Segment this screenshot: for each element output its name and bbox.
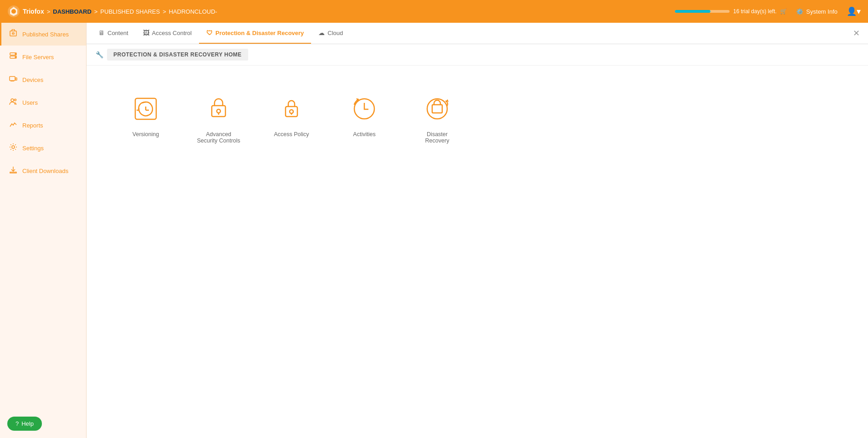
svg-point-7	[15, 57, 16, 58]
disaster-recovery-label: Disaster Recovery	[414, 131, 460, 144]
tab-content-label: Content	[107, 30, 128, 36]
versioning-label: Versioning	[133, 131, 159, 138]
sep2: >	[94, 8, 98, 15]
tab-access-control-label: Access Control	[152, 30, 192, 36]
tab-protection-disaster-recovery[interactable]: 🛡 Protection & Disaster Recovery	[199, 23, 311, 44]
disaster-recovery-icon	[421, 93, 453, 125]
sidebar-label-users: Users	[22, 99, 38, 106]
system-info-label: System Info	[806, 8, 837, 15]
sidebar-bottom: ? Help	[0, 409, 86, 438]
system-info-button[interactable]: ⚙️ System Info	[796, 8, 837, 15]
settings-icon	[9, 143, 18, 153]
svg-point-6	[15, 54, 16, 55]
versioning-card[interactable]: Versioning	[123, 93, 168, 138]
sidebar-label-devices: Devices	[22, 76, 43, 83]
sidebar-item-client-downloads[interactable]: Client Downloads	[0, 159, 86, 182]
activities-card[interactable]: Activities	[342, 93, 387, 138]
sidebar-label-file-servers: File Servers	[22, 54, 54, 61]
sidebar-item-devices[interactable]: Devices	[0, 68, 86, 91]
tab-protection-label: Protection & Disaster Recovery	[215, 30, 304, 36]
svg-rect-2	[10, 31, 16, 36]
sidebar-label-client-downloads: Client Downloads	[22, 168, 68, 174]
header-left: Triofox > DASHBOARD > PUBLISHED SHARES >…	[7, 5, 217, 18]
close-button[interactable]: ✕	[849, 26, 863, 40]
sidebar-item-users[interactable]: Users	[0, 91, 86, 114]
help-label: Help	[21, 420, 34, 427]
content-area: 🖥 Content 🖼 Access Control 🛡 Protection …	[87, 23, 868, 438]
wrench-icon: 🔧	[96, 51, 103, 58]
svg-rect-25	[432, 105, 442, 113]
brand-name: Triofox	[23, 8, 44, 15]
access-policy-label: Access Policy	[274, 131, 309, 138]
tabs-bar: 🖥 Content 🖼 Access Control 🛡 Protection …	[87, 23, 868, 44]
client-downloads-icon	[9, 166, 18, 176]
svg-rect-9	[15, 78, 17, 80]
tab-cloud-label: Cloud	[327, 30, 343, 36]
protection-tab-icon: 🛡	[206, 29, 213, 36]
sidebar: Published Shares File Servers	[0, 23, 87, 438]
published-shares-icon	[9, 29, 18, 39]
sep1: >	[47, 8, 51, 15]
devices-icon	[9, 75, 18, 85]
tab-content[interactable]: 🖥 Content	[91, 23, 136, 44]
access-policy-icon	[276, 93, 307, 125]
advanced-security-icon	[203, 93, 235, 125]
users-icon	[9, 97, 18, 107]
sub-header-title: PROTECTION & DISASTER RECOVERY HOME	[107, 49, 248, 61]
main-layout: Published Shares File Servers	[0, 23, 868, 438]
sidebar-label-published-shares: Published Shares	[22, 31, 69, 38]
disaster-recovery-card[interactable]: Disaster Recovery	[414, 93, 460, 144]
gear-icon: ⚙️	[796, 8, 803, 15]
trial-info: 16 trial day(s) left. 🛒	[675, 8, 787, 15]
sub-header: 🔧 PROTECTION & DISASTER RECOVERY HOME	[87, 44, 868, 66]
svg-rect-16	[212, 106, 225, 117]
cloud-tab-icon: ☁	[318, 29, 325, 36]
sidebar-label-reports: Reports	[22, 122, 43, 129]
breadcrumb-hadroncloud: HADRONCLOUD-	[169, 8, 217, 15]
advanced-security-label: Advanced Security Controls	[196, 131, 241, 144]
svg-point-20	[290, 110, 293, 113]
breadcrumb-dashboard[interactable]: DASHBOARD	[53, 8, 92, 15]
sidebar-label-settings: Settings	[22, 145, 44, 152]
activities-label: Activities	[353, 131, 375, 138]
help-button[interactable]: ? Help	[7, 417, 42, 431]
sidebar-item-published-shares[interactable]: Published Shares	[0, 23, 86, 46]
trial-progress-bar	[675, 10, 730, 13]
svg-point-17	[217, 109, 220, 113]
svg-rect-3	[12, 33, 14, 34]
user-account-button[interactable]: 👤▾	[847, 6, 861, 16]
svg-rect-8	[10, 76, 15, 81]
svg-point-12	[12, 146, 15, 148]
top-header: Triofox > DASHBOARD > PUBLISHED SHARES >…	[0, 0, 868, 23]
reports-icon	[9, 120, 18, 130]
activities-icon	[348, 93, 380, 125]
header-right: 16 trial day(s) left. 🛒 ⚙️ System Info 👤…	[675, 6, 861, 16]
triofox-logo	[7, 5, 20, 18]
sep3: >	[163, 8, 166, 15]
svg-point-10	[11, 99, 14, 102]
access-policy-card[interactable]: Access Policy	[269, 93, 314, 138]
access-control-tab-icon: 🖼	[143, 29, 149, 36]
help-circle-icon: ?	[15, 420, 19, 427]
tabs-left: 🖥 Content 🖼 Access Control 🛡 Protection …	[91, 23, 350, 44]
sidebar-item-settings[interactable]: Settings	[0, 137, 86, 159]
sidebar-item-reports[interactable]: Reports	[0, 114, 86, 137]
svg-rect-19	[286, 107, 297, 117]
trial-text: 16 trial day(s) left.	[733, 8, 776, 15]
tab-access-control[interactable]: 🖼 Access Control	[136, 23, 199, 44]
versioning-icon	[130, 93, 162, 125]
advanced-security-controls-card[interactable]: Advanced Security Controls	[196, 93, 241, 144]
trial-progress-fill	[675, 10, 710, 13]
breadcrumb-published-shares: PUBLISHED SHARES	[100, 8, 160, 15]
sidebar-item-file-servers[interactable]: File Servers	[0, 46, 86, 68]
content-tab-icon: 🖥	[98, 29, 105, 36]
svg-point-24	[427, 99, 447, 119]
cart-icon[interactable]: 🛒	[780, 8, 787, 15]
svg-point-1	[11, 9, 16, 14]
icons-grid: Versioning Advanced Security Controls	[87, 66, 868, 171]
file-servers-icon	[9, 52, 18, 62]
tab-cloud[interactable]: ☁ Cloud	[311, 23, 350, 44]
svg-point-11	[15, 99, 16, 101]
